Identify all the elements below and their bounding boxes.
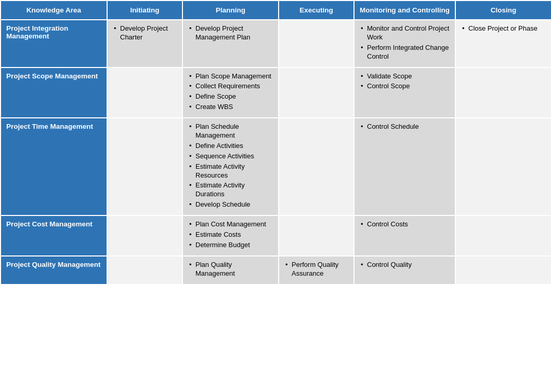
knowledge-area-cell: Project Cost Management [1, 215, 107, 256]
header-knowledge-area: Knowledge Area [1, 1, 107, 20]
planning-cell: Plan Scope ManagementCollect Requirement… [182, 67, 279, 118]
list-item: Plan Schedule Management [188, 123, 273, 140]
table-row: Project Scope ManagementPlan Scope Manag… [1, 67, 551, 118]
executing-cell [279, 118, 354, 215]
header-closing: Closing [455, 1, 551, 20]
closing-cell [455, 215, 551, 256]
list-item: Monitor and Control Project Work [360, 24, 450, 42]
list-item: Define Activities [188, 142, 273, 151]
list-item: Perform Quality Assurance [284, 261, 348, 278]
header-initiating: Initiating [107, 1, 182, 20]
monitoring-cell: Monitor and Control Project WorkPerform … [354, 20, 455, 67]
list-item: Plan Quality Management [188, 261, 273, 278]
table-row: Project Quality ManagementPlan Quality M… [1, 256, 551, 285]
list-item: Create WBS [188, 103, 273, 112]
closing-cell [455, 256, 551, 285]
planning-cell: Plan Cost ManagementEstimate CostsDeterm… [182, 215, 279, 256]
list-item: Plan Cost Management [188, 220, 273, 229]
closing-cell: Close Project or Phase [455, 20, 551, 67]
list-item: Develop Project Charter [113, 24, 177, 42]
planning-cell: Develop Project Management Plan [182, 20, 279, 67]
list-item: Plan Scope Management [188, 72, 273, 81]
list-item: Sequence Activities [188, 152, 273, 161]
list-item: Determine Budget [188, 241, 273, 250]
initiating-cell [107, 67, 182, 118]
table-row: Project Cost ManagementPlan Cost Managem… [1, 215, 551, 256]
table-row: Project Time ManagementPlan Schedule Man… [1, 118, 551, 215]
list-item: Estimate Activity Durations [188, 181, 273, 199]
monitoring-cell: Control Costs [354, 215, 455, 256]
list-item: Estimate Activity Resources [188, 163, 273, 180]
list-item: Control Costs [360, 220, 450, 229]
monitoring-cell: Control Schedule [354, 118, 455, 215]
knowledge-area-cell: Project Quality Management [1, 256, 107, 285]
list-item: Develop Project Management Plan [188, 24, 273, 42]
list-item: Develop Schedule [188, 200, 273, 209]
header-planning: Planning [182, 1, 279, 20]
table-row: Project Integration ManagementDevelop Pr… [1, 20, 551, 67]
initiating-cell [107, 215, 182, 256]
executing-cell [279, 67, 354, 118]
list-item: Collect Requirements [188, 82, 273, 91]
closing-cell [455, 118, 551, 215]
list-item: Close Project or Phase [461, 24, 546, 33]
list-item: Perform Integrated Change Control [360, 44, 450, 61]
initiating-cell [107, 256, 182, 285]
list-item: Define Scope [188, 92, 273, 101]
planning-cell: Plan Quality Management [182, 256, 279, 285]
list-item: Control Scope [360, 82, 450, 91]
monitoring-cell: Validate ScopeControl Scope [354, 67, 455, 118]
knowledge-area-cell: Project Integration Management [1, 20, 107, 67]
list-item: Control Schedule [360, 123, 450, 131]
executing-cell [279, 215, 354, 256]
pmbok-table: Knowledge Area Initiating Planning Execu… [0, 0, 551, 285]
monitoring-cell: Control Quality [354, 256, 455, 285]
header-monitoring: Monitoring and Controlling [354, 1, 455, 20]
knowledge-area-cell: Project Time Management [1, 118, 107, 215]
closing-cell [455, 67, 551, 118]
initiating-cell: Develop Project Charter [107, 20, 182, 67]
list-item: Control Quality [360, 261, 450, 269]
planning-cell: Plan Schedule ManagementDefine Activitie… [182, 118, 279, 215]
header-executing: Executing [279, 1, 354, 20]
knowledge-area-cell: Project Scope Management [1, 67, 107, 118]
list-item: Validate Scope [360, 72, 450, 81]
initiating-cell [107, 118, 182, 215]
executing-cell: Perform Quality Assurance [279, 256, 354, 285]
executing-cell [279, 20, 354, 67]
list-item: Estimate Costs [188, 231, 273, 239]
